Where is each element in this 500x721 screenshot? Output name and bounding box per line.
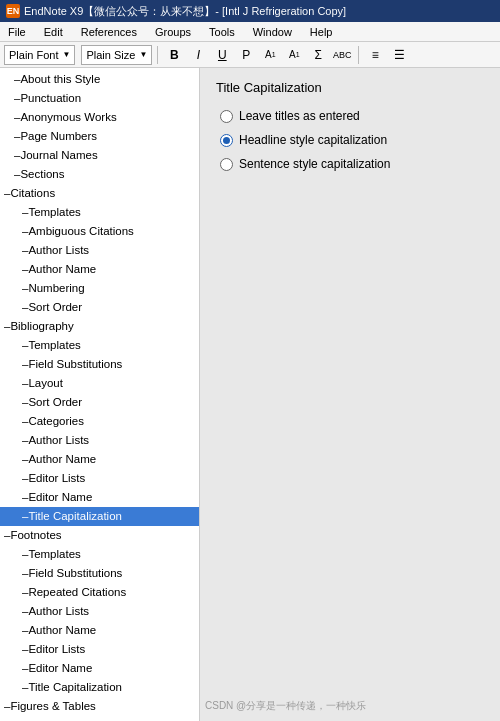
menu-edit[interactable]: Edit bbox=[40, 24, 67, 40]
tree-item-figures-tables[interactable]: –Figures & Tables bbox=[0, 697, 199, 716]
tree-item-fn-editor-name[interactable]: –Editor Name bbox=[0, 659, 199, 678]
radio-label-leave-titles: Leave titles as entered bbox=[239, 109, 360, 123]
content-panel: Title Capitalization Leave titles as ent… bbox=[200, 68, 500, 721]
app-icon: EN bbox=[6, 4, 20, 18]
subscript-btn[interactable]: A1 bbox=[283, 45, 305, 65]
tree-item-fn-editor-lists[interactable]: –Editor Lists bbox=[0, 640, 199, 659]
tree-item-numbering[interactable]: –Numbering bbox=[0, 279, 199, 298]
menu-references[interactable]: References bbox=[77, 24, 141, 40]
menu-help[interactable]: Help bbox=[306, 24, 337, 40]
radio-label-headline-style: Headline style capitalization bbox=[239, 133, 387, 147]
smallcaps-btn[interactable]: ABC bbox=[331, 45, 353, 65]
radio-label-sentence-style: Sentence style capitalization bbox=[239, 157, 390, 171]
tree-item-about-style[interactable]: –About this Style bbox=[0, 70, 199, 89]
radio-option-leave-titles[interactable]: Leave titles as entered bbox=[220, 109, 484, 123]
font-dropdown[interactable]: Plain Font ▼ bbox=[4, 45, 75, 65]
tree-item-field-substitutions[interactable]: –Field Substitutions bbox=[0, 355, 199, 374]
tree-item-fn-templates[interactable]: –Templates bbox=[0, 545, 199, 564]
tree-item-author-name[interactable]: –Author Name bbox=[0, 260, 199, 279]
tree-item-citations-templates[interactable]: –Templates bbox=[0, 203, 199, 222]
size-dropdown[interactable]: Plain Size ▼ bbox=[81, 45, 152, 65]
toolbar-separator-1 bbox=[157, 46, 158, 64]
menu-window[interactable]: Window bbox=[249, 24, 296, 40]
tree-item-bibliography[interactable]: –Bibliography bbox=[0, 317, 199, 336]
tree-item-layout[interactable]: –Layout bbox=[0, 374, 199, 393]
radio-circle-sentence-style bbox=[220, 158, 233, 171]
tree-item-punctuation[interactable]: –Punctuation bbox=[0, 89, 199, 108]
tree-item-page-numbers[interactable]: –Page Numbers bbox=[0, 127, 199, 146]
tree-item-sort-order[interactable]: –Sort Order bbox=[0, 298, 199, 317]
radio-option-headline-style[interactable]: Headline style capitalization bbox=[220, 133, 484, 147]
menu-groups[interactable]: Groups bbox=[151, 24, 195, 40]
content-title: Title Capitalization bbox=[216, 80, 484, 95]
tree-item-anonymous-works[interactable]: –Anonymous Works bbox=[0, 108, 199, 127]
tree-item-bib-author-lists[interactable]: –Author Lists bbox=[0, 431, 199, 450]
tree-item-figures[interactable]: –Figures bbox=[0, 716, 199, 721]
tree-item-citations[interactable]: –Citations bbox=[0, 184, 199, 203]
size-dropdown-arrow: ▼ bbox=[139, 50, 147, 59]
main-area: –About this Style–Punctuation–Anonymous … bbox=[0, 68, 500, 721]
menu-file[interactable]: File bbox=[4, 24, 30, 40]
title-bar: EN EndNote X9【微信公众号：从来不想】- [Intl J Refri… bbox=[0, 0, 500, 22]
tree-item-title-capitalization[interactable]: –Title Capitalization bbox=[0, 507, 199, 526]
menu-bar: File Edit References Groups Tools Window… bbox=[0, 22, 500, 42]
align-left-btn[interactable]: ≡ bbox=[364, 45, 386, 65]
radio-circle-leave-titles bbox=[220, 110, 233, 123]
radio-group: Leave titles as enteredHeadline style ca… bbox=[220, 109, 484, 171]
tree-item-fn-title-capitalization[interactable]: –Title Capitalization bbox=[0, 678, 199, 697]
plain-btn[interactable]: P bbox=[235, 45, 257, 65]
tree-item-fn-author-name[interactable]: –Author Name bbox=[0, 621, 199, 640]
title-bar-text: EndNote X9【微信公众号：从来不想】- [Intl J Refriger… bbox=[24, 4, 346, 19]
radio-circle-headline-style bbox=[220, 134, 233, 147]
tree-item-categories[interactable]: –Categories bbox=[0, 412, 199, 431]
italic-btn[interactable]: I bbox=[187, 45, 209, 65]
tree-item-sections[interactable]: –Sections bbox=[0, 165, 199, 184]
tree-item-footnotes[interactable]: –Footnotes bbox=[0, 526, 199, 545]
tree-item-fn-field-substitutions[interactable]: –Field Substitutions bbox=[0, 564, 199, 583]
tree-item-repeated-citations[interactable]: –Repeated Citations bbox=[0, 583, 199, 602]
tree-item-bib-templates[interactable]: –Templates bbox=[0, 336, 199, 355]
tree-item-fn-author-lists[interactable]: –Author Lists bbox=[0, 602, 199, 621]
tree-panel: –About this Style–Punctuation–Anonymous … bbox=[0, 68, 200, 721]
tree-item-journal-names[interactable]: –Journal Names bbox=[0, 146, 199, 165]
tree-item-bib-sort-order[interactable]: –Sort Order bbox=[0, 393, 199, 412]
toolbar-separator-2 bbox=[358, 46, 359, 64]
tree-item-ambiguous-citations[interactable]: –Ambiguous Citations bbox=[0, 222, 199, 241]
radio-option-sentence-style[interactable]: Sentence style capitalization bbox=[220, 157, 484, 171]
toolbar: Plain Font ▼ Plain Size ▼ B I U P A1 A1 … bbox=[0, 42, 500, 68]
tree-item-editor-lists[interactable]: –Editor Lists bbox=[0, 469, 199, 488]
align-right-btn[interactable]: ☰ bbox=[388, 45, 410, 65]
menu-tools[interactable]: Tools bbox=[205, 24, 239, 40]
bold-btn[interactable]: B bbox=[163, 45, 185, 65]
font-dropdown-arrow: ▼ bbox=[63, 50, 71, 59]
tree-item-author-lists[interactable]: –Author Lists bbox=[0, 241, 199, 260]
superscript-btn[interactable]: A1 bbox=[259, 45, 281, 65]
underline-btn[interactable]: U bbox=[211, 45, 233, 65]
tree-item-bib-author-name[interactable]: –Author Name bbox=[0, 450, 199, 469]
sigma-btn[interactable]: Σ bbox=[307, 45, 329, 65]
tree-item-editor-name[interactable]: –Editor Name bbox=[0, 488, 199, 507]
